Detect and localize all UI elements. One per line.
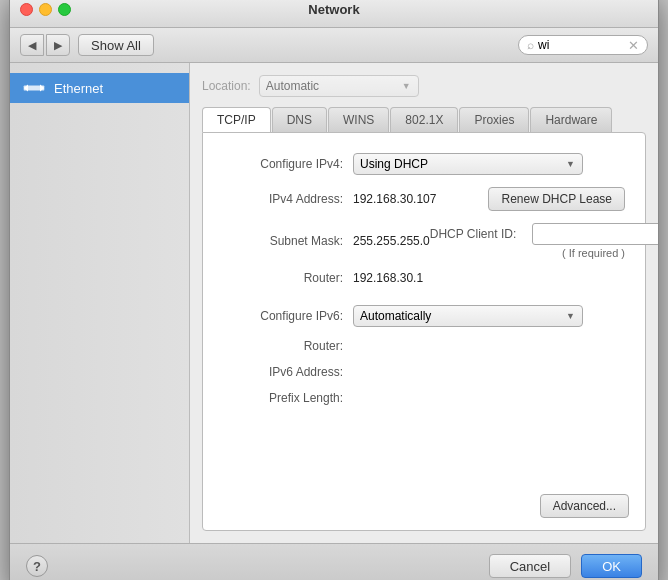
tab-wins[interactable]: WINS (328, 107, 389, 132)
main-panel: Location: Automatic TCP/IP DNS WINS (190, 63, 658, 543)
tab-8021x[interactable]: 802.1X (390, 107, 458, 132)
search-input[interactable] (538, 38, 618, 52)
router6-label: Router: (223, 339, 353, 353)
sidebar-item-ethernet[interactable]: Ethernet (10, 73, 189, 103)
subnet-mask-value: 255.255.255.0 (353, 234, 430, 248)
footer: ? Cancel OK (10, 543, 658, 580)
renew-dhcp-button[interactable]: Renew DHCP Lease (488, 187, 625, 211)
minimize-button[interactable] (39, 3, 52, 16)
configure-ipv6-select[interactable]: Automatically Off Manually (353, 305, 583, 327)
ipv6-address-row: IPv6 Address: (223, 365, 625, 379)
search-icon: ⌕ (527, 38, 534, 52)
prefix-length-row: Prefix Length: (223, 391, 625, 405)
tab-hardware[interactable]: Hardware (530, 107, 612, 132)
tab-tcpip[interactable]: TCP/IP (202, 107, 271, 132)
tab-proxies[interactable]: Proxies (459, 107, 529, 132)
configure-ipv4-label: Configure IPv4: (223, 157, 353, 171)
location-select[interactable]: Automatic (259, 75, 419, 97)
tab-dns[interactable]: DNS (272, 107, 327, 132)
traffic-lights (20, 3, 71, 16)
nav-buttons: ◀ ▶ (20, 34, 70, 56)
back-button[interactable]: ◀ (20, 34, 44, 56)
cancel-button[interactable]: Cancel (489, 554, 571, 578)
window-title: Network (308, 2, 359, 17)
router-value: 192.168.30.1 (353, 271, 423, 285)
router6-row: Router: (223, 339, 625, 353)
ethernet-icon (22, 79, 46, 97)
help-button[interactable]: ? (26, 555, 48, 577)
sidebar-item-ethernet-label: Ethernet (54, 81, 103, 96)
configure-ipv6-label: Configure IPv6: (223, 309, 353, 323)
ipv4-address-label: IPv4 Address: (223, 192, 353, 206)
titlebar: Network (10, 0, 658, 28)
configure-ipv6-select-wrapper: Automatically Off Manually (353, 305, 583, 327)
router-label: Router: (223, 271, 353, 285)
dhcp-client-id-input[interactable] (532, 223, 659, 245)
location-select-wrapper: Automatic (259, 75, 419, 97)
ok-button[interactable]: OK (581, 554, 642, 578)
tcpip-panel: Configure IPv4: Using DHCP Manually Off … (202, 132, 646, 531)
subnet-mask-row: Subnet Mask: 255.255.255.0 DHCP Client I… (223, 223, 625, 259)
network-window: Network ◀ ▶ Show All ⌕ ✕ (9, 0, 659, 580)
configure-ipv4-row: Configure IPv4: Using DHCP Manually Off (223, 153, 625, 175)
dhcp-client-id-area: DHCP Client ID: ( If required ) (430, 223, 625, 259)
ipv6-address-label: IPv6 Address: (223, 365, 353, 379)
configure-ipv6-row: Configure IPv6: Automatically Off Manual… (223, 305, 625, 327)
maximize-button[interactable] (58, 3, 71, 16)
dhcp-hint: ( If required ) (562, 247, 625, 259)
advanced-button[interactable]: Advanced... (540, 494, 629, 518)
tabs: TCP/IP DNS WINS 802.1X Proxies Hardware (202, 107, 646, 132)
router-row: Router: 192.168.30.1 (223, 271, 625, 285)
prefix-length-label: Prefix Length: (223, 391, 353, 405)
sidebar: Ethernet (10, 63, 190, 543)
footer-buttons: Cancel OK (489, 554, 642, 578)
show-all-button[interactable]: Show All (78, 34, 154, 56)
search-box: ⌕ ✕ (518, 35, 648, 55)
ipv4-address-value: 192.168.30.107 (353, 192, 436, 206)
search-clear-icon[interactable]: ✕ (628, 39, 639, 52)
content-area: Ethernet Location: Automatic TCP/IP (10, 63, 658, 543)
toolbar: ◀ ▶ Show All ⌕ ✕ (10, 28, 658, 63)
close-button[interactable] (20, 3, 33, 16)
subnet-mask-label: Subnet Mask: (223, 234, 353, 248)
ipv4-address-row: IPv4 Address: 192.168.30.107 Renew DHCP … (223, 187, 625, 211)
configure-ipv4-select[interactable]: Using DHCP Manually Off (353, 153, 583, 175)
location-bar: Location: Automatic (202, 75, 646, 97)
location-label: Location: (202, 79, 251, 93)
configure-ipv4-select-wrapper: Using DHCP Manually Off (353, 153, 583, 175)
forward-button[interactable]: ▶ (46, 34, 70, 56)
dhcp-client-id-label: DHCP Client ID: (430, 227, 526, 241)
